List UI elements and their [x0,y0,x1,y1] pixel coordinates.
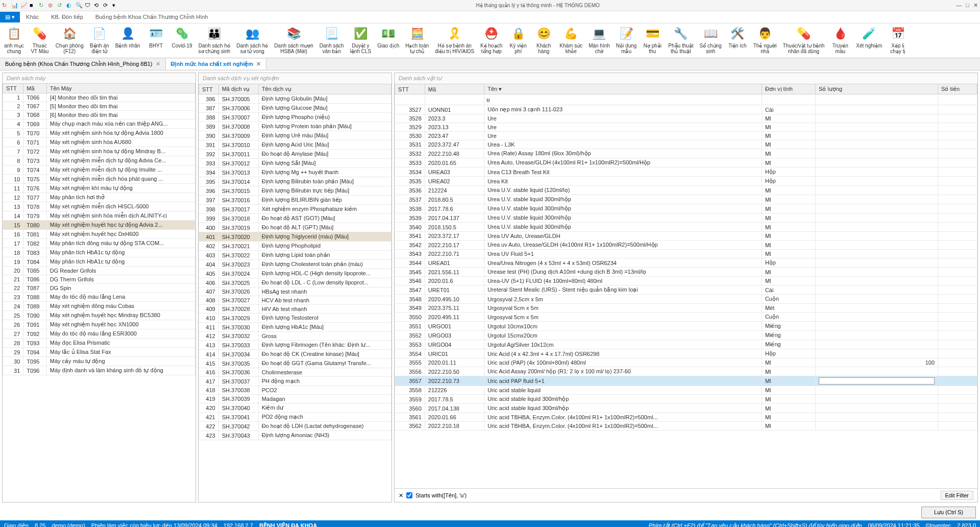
table-row[interactable]: 394SH.370013Định lượng Mg ++ huyết thanh [199,168,391,177]
ribbon-item[interactable]: 🦠Covid-19 [169,25,195,50]
table-row[interactable]: 411SH.370030Định lượng HbA1c [Máu] [199,323,391,332]
table-row[interactable]: 410SH.370029Định lượng Testosterol [199,314,391,323]
ribbon-item[interactable]: 🛠️Tiện ích [725,25,750,50]
qat-icon[interactable]: ⊘ [48,2,55,9]
table-row[interactable]: 6T071Máy xét nghiệm sinh hóa AU680 [3,138,195,147]
table-row[interactable]: 387SH.370006Định lượng Glucose [Máu] [199,104,391,113]
ribbon-item[interactable]: 📄Bệnh án điện tử [87,25,112,55]
table-row[interactable]: 3T068[6] Monitor theo dõi tim thai [3,111,195,119]
ribbon-item[interactable]: 📃Danh sách văn bản [316,25,347,55]
table-row[interactable]: 19T084Máy phân tích HbA1c tự động [3,257,195,267]
column-header[interactable]: Đơn vị tính [762,84,815,94]
ribbon-item[interactable]: 💊Thuốc/vật tư bệnh nhân đã dùng [780,25,828,55]
table-row[interactable]: 399SH.370018Đo hoạt độ AST (GOT) [Máu] [199,214,391,223]
table-row[interactable]: 29T094Máy lắc ủ Elisa Stat Fax [3,348,195,357]
table-row[interactable]: 14T079Máy xét nghiệm sinh hóa miễn dịch … [3,211,195,221]
table-row[interactable]: 407SH.370026HBsAg test nhanh [199,288,391,296]
table-row[interactable]: 395SH.370014Định lượng Bilirubin toàn ph… [199,177,391,186]
table-row[interactable]: 396SH.370015Định lượng Bilirubin trực ti… [199,186,391,196]
qat-icon[interactable]: 🔍 [76,2,83,9]
table-row[interactable]: 28T093Máy đọc Elisa Prismatic [3,339,195,348]
table-row[interactable]: 422SH.370042Đo hoạt độ LDH (Lactat dehyd… [199,422,391,431]
filter-input[interactable] [485,95,761,104]
table-row[interactable]: 35292023.13UreMl [395,123,977,132]
column-header[interactable]: Số lượng [816,84,938,94]
ribbon-item[interactable]: 🎗️Hồ sơ bệnh án điều trị HIV/AIDS [432,25,477,55]
save-button[interactable]: Lưu (Ctrl S) [921,507,976,518]
filter-checkbox[interactable] [406,492,412,498]
table-row[interactable]: 3553URGO04Urgotul Ag/Silver 10x12cmMiếng [395,340,977,349]
table-row[interactable]: 388SH.370007Định lượng Phospho (niệu) [199,113,391,122]
table-row[interactable]: 35312023.372.47Urea - L3KMl [395,140,977,149]
column-header[interactable]: STT [395,84,425,94]
table-row[interactable]: 24T089Máy xét nghiệm đông máu Cobas [3,302,195,311]
table-row[interactable]: 414SH.370034Đo hoạt độ CK (Creatine kina… [199,350,391,359]
ribbon-tab[interactable]: Khác [20,12,45,22]
qat-icon[interactable]: ↻ [39,2,46,9]
column-header[interactable]: STT [199,84,219,94]
qat-icon[interactable]: ▾ [112,2,119,9]
tab-close-icon[interactable]: ✕ [156,61,160,67]
table-row[interactable]: 35382017.78.6Urea U.V. stable liquid 300… [395,204,977,213]
column-header[interactable]: Mã dịch vụ [218,84,258,94]
maximize-button[interactable]: □ [966,2,969,9]
table-row[interactable]: 35322022.210.48Urea (Rate) Assay 180ml (… [395,149,977,158]
table-row[interactable]: 391SH.370010Định lượng Acid Uric [Máu] [199,140,391,150]
table-row[interactable]: 25T090Máy xét nghiệm huyết học Mindray B… [3,311,195,320]
ribbon-item[interactable]: 🪪BHYT [143,25,169,50]
table-row[interactable]: 35492023.375.11Urgosyval 5cm x 5mMét [395,304,977,313]
minimize-button[interactable]: — [956,2,962,9]
ribbon-item[interactable]: 👤Bệnh nhân [112,25,143,50]
table-row[interactable]: 35502020.495.11Urgosyval 5cm x 5mCuộn [395,313,977,322]
table-row[interactable]: 5T070Máy xét nghiệm sinh hóa tự động Adv… [3,129,195,138]
column-header[interactable]: Số tiền [938,84,977,94]
ribbon-item[interactable]: 👨Thẻ người nhà [750,25,780,55]
table-row[interactable]: 389SH.370008Định lượng Protein toàn phần… [199,122,391,131]
table-row[interactable]: 35302023.47UreMl [395,132,977,140]
ribbon-item[interactable]: 💻Màn hình chờ [585,25,613,55]
qat-icon[interactable]: ↻ [2,2,9,9]
table-row[interactable]: 415SH.370035Đo hoạt độ GGT (Gama Glutamy… [199,359,391,368]
table-row[interactable]: 1T066[4] Monitor theo dõi tim thai [3,93,195,102]
table-row[interactable]: 3536212224Urea U.V. stable liquid (120ml… [395,186,977,195]
ribbon-item[interactable]: 📋anh mục chung [1,25,27,55]
column-header[interactable]: Mã [23,84,46,93]
table-row[interactable]: 3544UREA01Urea/Urea Nitrogen (4 x 53ml +… [395,258,977,268]
table-row[interactable]: 35372018.80.5Urea U.V. stable liquid 300… [395,195,977,204]
close-button[interactable]: ✕ [973,2,978,9]
table-row[interactable]: 35612020.01.66Uric acid TBHBA, Enzym.Col… [395,413,977,422]
table-row[interactable]: 3554URIC01Uric Acid (4 x 42.3ml + 4 x 17… [395,349,977,358]
document-tab[interactable]: Định mức hóa chất xét nghiệm✕ [166,59,267,69]
ribbon-item[interactable]: ✅Duyệt y lệnh CLS [347,25,375,55]
table-row[interactable]: 3558212226Uric acid stable liquidMl [395,386,977,395]
edit-filter-button[interactable]: Edit Filter [941,491,973,500]
table-row[interactable]: 413SH.370033Định lượng Fibrinogen (Tên k… [199,341,391,350]
grid-machines[interactable]: STTMãTên Máy1T066[4] Monitor theo dõi ti… [3,83,195,502]
table-row[interactable]: 419SH.370039Madagan [199,395,391,403]
qat-icon[interactable]: 📊 [11,2,18,9]
table-row[interactable]: 35412023.372.17Urea UV Auto, Urease/GLDH… [395,232,977,241]
table-row[interactable]: 17T082Máy phân tích đông máu tự động STA… [3,239,195,248]
table-row[interactable]: 35422022.210.17Urea uv Auto, Urease/GLDH… [395,241,977,250]
qat-icon[interactable]: ⟲ [94,2,101,9]
tab-close-icon[interactable]: ✕ [256,61,261,67]
table-row[interactable]: 416SH.370036Cholinnesterase [199,368,391,377]
filter-close-icon[interactable]: ✕ [399,492,403,499]
ribbon-item[interactable]: 🩸Truyền máu [827,25,853,55]
ribbon-item[interactable]: 🧪Xét nghiệm [853,25,885,50]
table-row[interactable]: 26T091Máy xét nghiệm huyết học XN1000 [3,320,195,329]
table-row[interactable]: 35452021.556.11Urease test (PH) (Dung dị… [395,268,977,277]
table-row[interactable]: 421SH.370041PO2 động mạch [199,413,391,422]
ribbon-item[interactable]: 💪Khám sức khỏe [556,25,585,55]
qat-icon[interactable]: 🛡 [85,2,92,9]
table-row[interactable]: 35572022.210.73Uric acid PAP fluid 5+1Ml [395,376,977,386]
table-row[interactable]: 401SH.370020Định lượng Triglycerid (máu)… [199,232,391,242]
column-header[interactable]: Tên Máy [46,84,195,93]
table-row[interactable]: 409SH.370028HIV Ab test nhanh [199,305,391,314]
table-row[interactable]: 13T078Máy xét nghiệm miễn dịch HISCL-500… [3,202,195,211]
ribbon-item[interactable]: 📖Sổ chứng sinh [697,25,725,55]
table-row[interactable]: 35622022.210.18Uric acid TBHBA, Enzym.Co… [395,422,977,430]
table-row[interactable]: 4T069Máy chụp mạch máu xóa nền can thiệp… [3,119,195,129]
table-row[interactable]: 3534UREA03Urea C13 Breath Test KitHộp [395,167,977,177]
qat-icon[interactable]: ■ [30,2,37,9]
